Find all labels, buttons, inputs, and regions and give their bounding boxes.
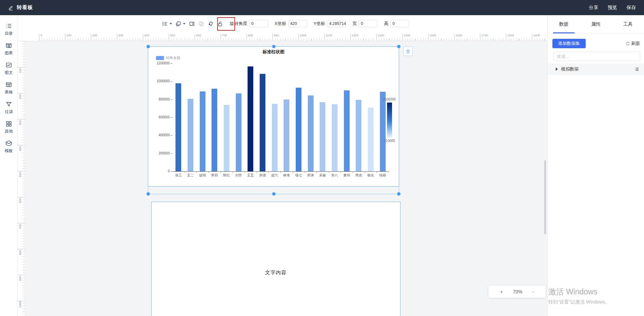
chart-icon — [5, 42, 12, 49]
resize-handle-top-right[interactable] — [397, 45, 400, 48]
y-coordinate-input[interactable]: 4.285714 — [327, 20, 346, 27]
bar-钱七 — [296, 88, 301, 171]
horizontal-ruler: 0100200300400500600700800900100011001200… — [25, 34, 547, 41]
bar-杨光 — [368, 108, 374, 171]
image-text-icon — [5, 62, 12, 68]
visual-map-min-label: 710000 — [378, 139, 401, 143]
resize-handle-bottom-right[interactable] — [397, 192, 400, 196]
sidebar-item-filter[interactable]: 过滤 — [0, 101, 18, 115]
toolbar: 旋转角度 0 X坐标 420 Y坐标 4.285714 宽 0 高 0 — [18, 15, 547, 34]
x-coordinate-input[interactable]: 420 — [288, 20, 307, 27]
zoom-level: 70% — [513, 289, 522, 294]
refresh-label: 刷新 — [631, 40, 640, 47]
preview-button[interactable]: 预览 — [608, 5, 617, 11]
sidebar-item-charts[interactable]: 图表 — [0, 42, 18, 56]
height-input[interactable]: 0 — [390, 20, 409, 27]
chart-title: 标准柱状图 — [148, 49, 399, 55]
bar-林海 — [284, 99, 289, 171]
visual-map-gradient — [387, 103, 392, 138]
align-button[interactable] — [162, 21, 172, 27]
pencil-icon — [8, 5, 13, 10]
legend-swatch — [156, 56, 164, 60]
canvas[interactable]: 标准柱状图 销售金额 12000001000000800000600000400… — [25, 41, 547, 316]
legend-label: 销售金额 — [166, 56, 180, 60]
bar-赵六 — [272, 104, 278, 171]
height-field-group: 高 0 — [384, 20, 409, 27]
sidebar-item-table[interactable]: 表格 — [0, 81, 18, 95]
template-icon — [5, 140, 12, 147]
tab-properties[interactable]: 属性 — [591, 15, 601, 33]
refresh-icon — [625, 41, 630, 46]
dataset-row-mock-data[interactable]: 模拟数据 — [548, 63, 644, 75]
resize-handle-top-left[interactable] — [147, 45, 150, 48]
bar-吴敏 — [320, 102, 325, 171]
rotation-input[interactable]: 0 — [249, 20, 268, 27]
sidebar-item-image-text[interactable]: 图文 — [0, 62, 18, 76]
ruler-corner — [18, 34, 25, 41]
tab-data[interactable]: 数据 — [559, 15, 569, 33]
x-coordinate-label: X坐标 — [275, 21, 286, 27]
bar-孙八 — [332, 104, 337, 171]
text-element-content: 文字内容 — [152, 269, 400, 276]
grid-icon — [5, 120, 12, 127]
y-coordinate-field-group: Y坐标 4.285714 — [314, 20, 346, 27]
text-element[interactable]: 文字内容 — [151, 202, 400, 316]
bar-赵明 — [200, 91, 205, 171]
bar-chart-element[interactable]: 标准柱状图 销售金额 12000001000000800000600000400… — [148, 46, 399, 186]
resize-handle-bottom-center[interactable] — [272, 192, 276, 196]
share-button[interactable]: 分享 — [589, 5, 598, 11]
width-input[interactable]: 0 — [359, 20, 378, 27]
filter-icon — [5, 101, 12, 108]
layer-icon — [175, 21, 182, 27]
bar-黄伟 — [344, 90, 350, 171]
bar-李四 — [212, 89, 217, 171]
search-input[interactable] — [553, 52, 640, 61]
dataset-name: 模拟数据 — [561, 66, 634, 72]
bar-张三 — [175, 83, 181, 171]
field-list-icon — [634, 67, 639, 72]
vertical-ruler: 1002003004005006007008009001000 — [18, 41, 25, 316]
sidebar-item-other[interactable]: 其他 — [0, 120, 18, 134]
width-field-group: 宽 0 — [352, 20, 378, 27]
resize-handle-top-center[interactable] — [272, 45, 276, 48]
list-icon — [5, 23, 12, 29]
refresh-button[interactable]: 刷新 — [625, 40, 640, 47]
bar-徐丽 — [380, 92, 386, 171]
resize-icon — [189, 21, 195, 27]
y-coordinate-label: Y坐标 — [314, 21, 325, 27]
group-button — [198, 21, 204, 27]
sidebar-item-template[interactable]: 模板 — [0, 140, 18, 154]
chevron-down-icon — [169, 23, 172, 25]
height-label: 高 — [384, 21, 388, 27]
layer-button[interactable] — [175, 21, 186, 27]
resize-button[interactable] — [189, 21, 195, 27]
resize-handle-bottom-left[interactable] — [147, 192, 150, 196]
unlock-icon — [217, 21, 223, 27]
chart-plot-area — [172, 63, 389, 171]
sidebar-item-catalog[interactable]: 目录 — [0, 23, 18, 36]
bar-王五 — [248, 66, 253, 171]
bar-周杰 — [356, 100, 361, 171]
expand-caret-icon — [556, 67, 558, 71]
zoom-in-button[interactable]: + — [500, 289, 503, 294]
trash-icon — [406, 49, 411, 54]
bar-王二 — [188, 99, 193, 171]
zoom-out-button[interactable]: - — [533, 289, 534, 294]
canvas-scrollbar[interactable] — [544, 160, 546, 234]
bar-陈红 — [224, 105, 229, 171]
unlock-button[interactable] — [217, 21, 223, 27]
chevron-down-icon — [183, 23, 186, 25]
tab-tools[interactable]: 工具 — [623, 15, 633, 33]
tag-button[interactable] — [207, 21, 214, 27]
bar-孙强 — [260, 74, 265, 171]
align-icon — [162, 21, 168, 27]
save-button[interactable]: 保存 — [626, 5, 636, 11]
chart-legend[interactable]: 销售金额 — [156, 56, 180, 60]
width-label: 宽 — [352, 21, 357, 27]
bar-郑涛 — [308, 95, 314, 171]
add-dataset-button[interactable]: 添加数据集 — [552, 39, 586, 48]
sidebar: 目录 图表 图文 表格 过滤 其他 模板 — [0, 15, 18, 316]
delete-element-button[interactable] — [403, 47, 413, 56]
board-title: 转看板 — [17, 4, 33, 11]
rotation-label: 旋转角度 — [230, 21, 247, 27]
